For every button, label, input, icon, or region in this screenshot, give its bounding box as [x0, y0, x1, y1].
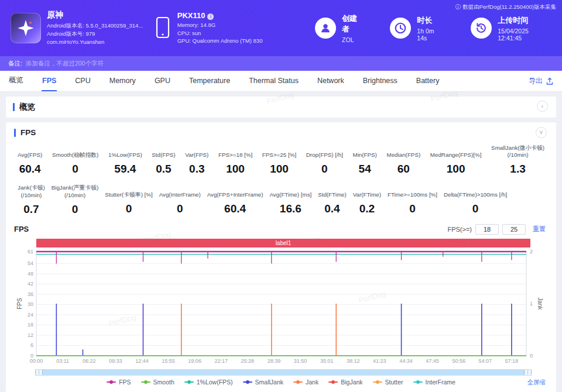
svg-text:36: 36 [28, 291, 33, 297]
tab-bar: 概览FPSCPUMemoryGPUTemperatureThermal Stat… [0, 71, 562, 92]
export-icon [546, 77, 554, 85]
stat-cell: Min(FPS)54 [353, 145, 377, 176]
tab-brightness[interactable]: Brightness [362, 71, 398, 91]
stat-value: 0 [306, 163, 343, 176]
stat-value: 0 [105, 202, 153, 215]
stat-cell: Delta(FTime)>100ms [/h]0 [444, 184, 507, 215]
sparkle-icon [17, 19, 35, 37]
tab-battery[interactable]: Battery [416, 71, 440, 91]
legend-item-1-low-fps-[interactable]: 1%Low(FPS) [184, 379, 233, 386]
tab-fps[interactable]: FPS [42, 71, 57, 91]
stat-label: FTime>=100ms [%] [388, 184, 437, 198]
stat-cell: FTime>=100ms [%]0 [388, 184, 437, 215]
app-version-name: Android版本名: 5.5.0_31400259_314... [47, 22, 143, 30]
reset-button[interactable]: 重置 [533, 225, 546, 233]
tab-temperature[interactable]: Temperature [189, 71, 231, 91]
legend-item-bigjank[interactable]: BigJank [328, 379, 362, 386]
stat-value: 54 [353, 163, 377, 176]
fps-threshold-input-1[interactable] [475, 224, 499, 235]
svg-text:15:55: 15:55 [162, 358, 175, 364]
stat-value: 0.4 [318, 202, 347, 215]
tab-network[interactable]: Network [317, 71, 345, 91]
stat-cell: MedRange(FPS)[%]100 [430, 145, 482, 176]
app-version-code: Android版本号: 979 [47, 30, 143, 38]
note-label: 备注: [8, 60, 22, 68]
creator-icon [315, 18, 336, 39]
svg-text:18: 18 [28, 322, 33, 328]
overview-section: 概览 ‹ [6, 97, 556, 118]
legend-item-smooth[interactable]: Smooth [141, 379, 174, 386]
stat-value: 0 [388, 202, 437, 215]
legend-item-jank[interactable]: Jank [293, 379, 318, 386]
legend-item-interframe[interactable]: InterFrame [413, 379, 455, 386]
svg-text:22:17: 22:17 [214, 358, 228, 364]
chart-legend: FPSSmooth1%Low(FPS)SmallJankJankBigJankS… [14, 379, 548, 386]
app-icon [11, 13, 41, 43]
scrollbar-left-grip[interactable]: ❘❘❘ [35, 369, 43, 376]
tab-概览[interactable]: 概览 [8, 71, 24, 91]
tab-cpu[interactable]: CPU [74, 71, 91, 91]
stat-value: 0.5 [152, 163, 175, 176]
stat-cell: Median(FPS)60 [386, 145, 420, 176]
stat-value: 16.6 [269, 202, 311, 215]
collect-note-text: 数据由PerfDog(11.2.250400)版本采集 [462, 4, 556, 10]
svg-text:25:28: 25:28 [241, 358, 255, 364]
fps-threshold-input-2[interactable] [502, 224, 526, 235]
device-info-icon[interactable]: i [207, 13, 214, 20]
chart-scrollbar[interactable]: ❘❘❘ ❘❘❘ [35, 369, 532, 376]
legend-marker [107, 381, 116, 383]
chart-label-banner[interactable]: label1 [36, 239, 530, 247]
tab-memory[interactable]: Memory [109, 71, 136, 91]
scrollbar-handle[interactable] [43, 369, 524, 376]
svg-text:FPS: FPS [16, 298, 23, 310]
legend-label: BigJank [341, 379, 362, 386]
main: 概览 ‹ FPS ˅ Avg(FPS)60.4Smooth(稳帧指数)01%Lo… [0, 92, 562, 392]
export-label: 导出 [529, 76, 543, 86]
stat-cell: Var(FTime)0.2 [353, 184, 381, 215]
svg-text:61: 61 [28, 249, 33, 255]
tab-thermal-status[interactable]: Thermal Status [248, 71, 299, 91]
fps-threshold-label: FPS(>=) [447, 226, 472, 233]
info-icon: ⓘ [455, 4, 461, 11]
svg-text:42: 42 [28, 281, 33, 287]
stat-cell: 1%Low(FPS)59.4 [108, 145, 142, 176]
stat-cell: BigJank(严重卡顿) (/10min)0 [52, 184, 99, 215]
duration-value: 1h 0m 14s [417, 27, 444, 42]
stat-label: Var(FTime) [353, 184, 381, 198]
stat-label: Avg(FTime) [ms] [269, 184, 311, 198]
stat-value: 60.4 [18, 163, 42, 176]
device-cpu: CPU: sun [177, 29, 263, 37]
fps-chart[interactable]: 0612182430364248546101200:0003:1106:2209… [14, 249, 544, 366]
legend-label: SmallJank [255, 379, 283, 386]
stat-label: 1%Low(FPS) [108, 145, 142, 159]
fps-collapse-icon[interactable]: ˅ [536, 127, 547, 138]
svg-text:28:39: 28:39 [268, 358, 281, 364]
stat-cell: Avg(FPS)60.4 [18, 145, 42, 176]
stat-label: SmallJank(微小卡顿) (/10min) [491, 145, 544, 159]
svg-text:44:34: 44:34 [399, 358, 413, 364]
fullscreen-button[interactable]: 全屏缩 [527, 379, 546, 387]
stat-value: 60.4 [207, 202, 263, 215]
overview-collapse-icon[interactable]: ‹ [537, 101, 548, 112]
stat-cell: Smooth(稳帧指数)0 [52, 145, 98, 176]
tab-gpu[interactable]: GPU [154, 71, 171, 91]
collect-note: ⓘ数据由PerfDog(11.2.250400)版本采集 [454, 4, 556, 11]
stat-value: 0 [444, 202, 507, 215]
svg-text:54: 54 [28, 260, 33, 266]
legend-item-stutter[interactable]: Stutter [373, 379, 403, 386]
scrollbar-right-grip[interactable]: ❘❘❘ [524, 369, 532, 376]
svg-text:38:12: 38:12 [347, 358, 360, 364]
svg-text:12:44: 12:44 [135, 358, 149, 364]
note-bar[interactable]: 备注: 添加备注，不超过200个字符 [0, 56, 562, 71]
stat-value: 100 [218, 163, 252, 176]
creator-label: 创建者 [342, 13, 363, 35]
legend-label: InterFrame [426, 379, 455, 386]
device-gpu: GPU: Qualcomm Adreno (TM) 830 [177, 37, 263, 45]
legend-item-smalljank[interactable]: SmallJank [243, 379, 283, 386]
export-button[interactable]: 导出 [529, 71, 554, 91]
fps-chart-wrap: 0612182430364248546101200:0003:1106:2209… [14, 249, 548, 368]
svg-text:0: 0 [530, 353, 533, 359]
stat-label: Drop(FPS) [/h] [306, 145, 343, 159]
stat-label: Jank(卡顿) (/10min) [18, 184, 45, 198]
legend-item-fps[interactable]: FPS [107, 379, 131, 386]
